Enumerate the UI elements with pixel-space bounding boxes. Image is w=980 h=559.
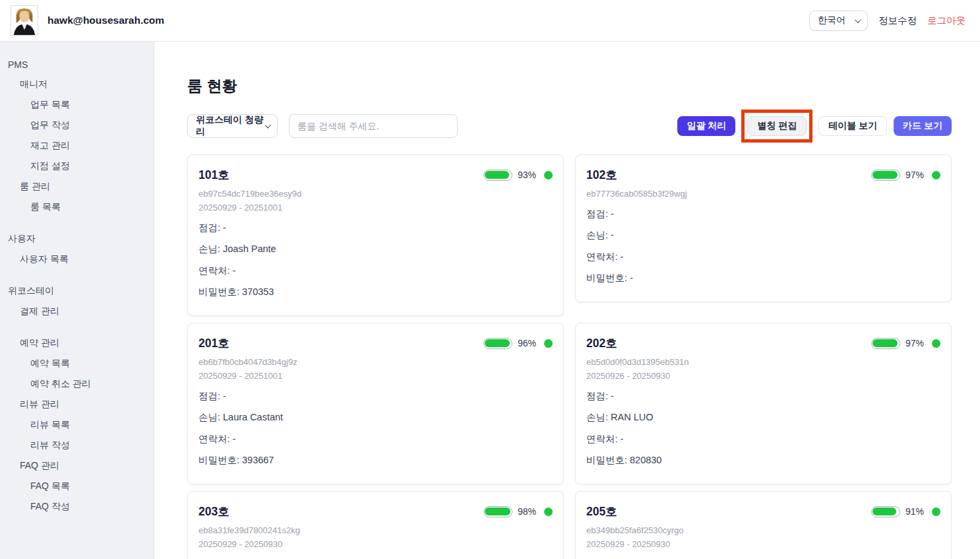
page-title: 룸 현황 <box>187 76 952 96</box>
room-field-password: 비밀번호:- <box>586 272 940 284</box>
room-name: 203호 <box>199 504 230 519</box>
room-field-contact: 연락처:- <box>586 433 940 445</box>
chevron-down-icon <box>264 122 270 128</box>
room-field-contact: 연락처:- <box>199 433 553 445</box>
sidebar-item-reservation-list[interactable]: 예약 목록 <box>0 353 154 374</box>
room-field-inspection: 점검:- <box>199 390 553 403</box>
room-name: 101호 <box>199 167 230 183</box>
sidebar-item-review-list[interactable]: 리뷰 목록 <box>0 414 154 435</box>
battery-icon <box>483 170 512 181</box>
sidebar-item-faq-list[interactable]: FAQ 목록 <box>0 476 154 496</box>
battery-icon <box>871 170 900 181</box>
logout-link[interactable]: 로그아웃 <box>927 15 965 27</box>
room-dates: 20250929 - 20251001 <box>199 203 553 213</box>
online-status-dot <box>544 171 553 180</box>
room-card-203[interactable]: 203호 98% eb8a31fe39d7800241s2kg 20250929… <box>187 491 564 559</box>
sidebar-item-task-list[interactable]: 업무 목록 <box>0 94 154 115</box>
room-id: eb97c54dc719bee36esy9d <box>199 189 553 199</box>
room-field-contact: 연락처:- <box>586 251 940 263</box>
room-cards-grid: 101호 93% eb97c54dc719bee36esy9d 20250929… <box>187 154 952 559</box>
sidebar-item-branch-settings[interactable]: 지점 설정 <box>0 156 154 176</box>
battery-percent: 93% <box>518 170 536 180</box>
sidebar: PMS 매니저 업무 목록 업무 작성 재고 관리 지점 설정 룸 관리 룸 목… <box>0 42 154 559</box>
room-id: eb349bb25fa6f2530cyrgo <box>586 525 940 535</box>
room-field-guest: 손님:- <box>586 229 940 242</box>
branch-select-value: 위코스테이 청량리 <box>196 114 265 138</box>
room-field-password: 비밀번호:370353 <box>199 286 553 298</box>
sidebar-item-wecostay[interactable]: 위코스테이 <box>0 280 154 301</box>
online-status-dot <box>932 508 940 516</box>
room-card-201[interactable]: 201호 96% eb6b7fb0cb4047d3b4gj9z 20250929… <box>187 323 564 484</box>
room-dates: 20250929 - 20250930 <box>586 539 940 549</box>
sidebar-item-faq-create[interactable]: FAQ 작성 <box>0 496 154 517</box>
room-id: eb6b7fb0cb4047d3b4gj9z <box>199 357 553 367</box>
room-field-guest: 손님:RAN LUO <box>586 411 940 424</box>
room-field-guest: 손님:Joash Pante <box>199 243 553 255</box>
battery-percent: 98% <box>518 506 536 517</box>
alias-edit-button[interactable]: 별칭 편집 <box>747 116 807 136</box>
battery-percent: 97% <box>905 170 924 180</box>
bulk-process-button[interactable]: 일괄 처리 <box>677 116 735 136</box>
sidebar-item-payment-management[interactable]: 결제 관리 <box>0 301 154 321</box>
sidebar-item-review-management[interactable]: 리뷰 관리 <box>0 394 154 414</box>
online-status-dot <box>932 339 940 348</box>
room-field-inspection: 점검:- <box>199 222 553 234</box>
room-name: 205호 <box>586 504 617 519</box>
top-header: hawk@housesarah.com 한국어 정보수정 로그아웃 <box>0 0 980 42</box>
room-field-password: 비밀번호:393667 <box>199 454 553 467</box>
sidebar-item-manager[interactable]: 매니저 <box>0 74 154 94</box>
sidebar-item-user-list[interactable]: 사용자 목록 <box>0 249 154 269</box>
main-content: 룸 현황 위코스테이 청량리 일괄 처리 별칭 편집 테이블 보기 카드 보기 <box>154 42 980 559</box>
online-status-dot <box>544 339 553 348</box>
language-select-value: 한국어 <box>818 15 845 26</box>
room-id: eb77736cab0585b3f29wgj <box>586 189 940 199</box>
battery-icon <box>871 338 900 349</box>
room-name: 201호 <box>199 335 230 351</box>
room-field-contact: 연락처:- <box>199 265 553 277</box>
action-buttons: 일괄 처리 별칭 편집 테이블 보기 카드 보기 <box>677 116 952 136</box>
room-name: 202호 <box>586 335 617 351</box>
sidebar-item-pms[interactable]: PMS <box>0 55 154 74</box>
room-card-102[interactable]: 102호 97% eb77736cab0585b3f29wgj 점검:- 손님:… <box>575 154 952 302</box>
language-select[interactable]: 한국어 <box>809 11 868 31</box>
user-avatar[interactable] <box>11 5 38 36</box>
room-field-password: 비밀번호:820830 <box>586 454 940 467</box>
user-email: hawk@housesarah.com <box>47 15 164 26</box>
sidebar-item-reservation-management[interactable]: 예약 관리 <box>0 333 154 353</box>
chevron-down-icon <box>855 16 861 23</box>
sidebar-item-faq-management[interactable]: FAQ 관리 <box>0 455 154 476</box>
room-field-inspection: 점검:- <box>586 390 940 403</box>
sidebar-item-room-list[interactable]: 룸 목록 <box>0 197 154 217</box>
sidebar-item-inventory[interactable]: 재고 관리 <box>0 135 154 156</box>
battery-icon <box>483 506 512 517</box>
battery-percent: 97% <box>905 338 924 348</box>
sidebar-item-review-create[interactable]: 리뷰 작성 <box>0 435 154 455</box>
edit-info-link[interactable]: 정보수정 <box>878 15 917 27</box>
sidebar-item-task-create[interactable]: 업무 작성 <box>0 115 154 135</box>
filter-row: 위코스테이 청량리 일괄 처리 별칭 편집 테이블 보기 카드 보기 <box>187 114 952 138</box>
branch-select[interactable]: 위코스테이 청량리 <box>187 114 278 138</box>
room-dates: 20250929 - 20251001 <box>199 371 553 381</box>
room-card-101[interactable]: 101호 93% eb97c54dc719bee36esy9d 20250929… <box>187 154 564 316</box>
room-dates: 20250926 - 20250930 <box>586 371 940 381</box>
room-search-input[interactable] <box>289 114 458 138</box>
sidebar-item-users[interactable]: 사용자 <box>0 228 154 249</box>
online-status-dot <box>932 171 940 180</box>
room-field-guest: 손님:Laura Castant <box>199 411 553 424</box>
room-id: eb5d0d0f0d3d1395eb531n <box>586 357 940 367</box>
room-card-202[interactable]: 202호 97% eb5d0d0f0d3d1395eb531n 20250926… <box>575 323 952 484</box>
online-status-dot <box>544 508 553 516</box>
battery-percent: 91% <box>905 506 924 517</box>
room-id: eb8a31fe39d7800241s2kg <box>199 525 553 535</box>
room-field-inspection: 점검:- <box>586 208 940 220</box>
room-card-205[interactable]: 205호 91% eb349bb25fa6f2530cyrgo 20250929… <box>575 491 952 559</box>
card-view-button[interactable]: 카드 보기 <box>894 116 952 136</box>
sidebar-item-reservation-cancel[interactable]: 예약 취소 관리 <box>0 374 154 394</box>
sidebar-item-room-management[interactable]: 룸 관리 <box>0 176 154 197</box>
battery-percent: 96% <box>518 338 536 348</box>
table-view-button[interactable]: 테이블 보기 <box>818 116 887 136</box>
battery-icon <box>483 338 512 349</box>
room-name: 102호 <box>586 167 617 183</box>
room-dates: 20250929 - 20250930 <box>199 539 553 549</box>
battery-icon <box>871 506 900 517</box>
